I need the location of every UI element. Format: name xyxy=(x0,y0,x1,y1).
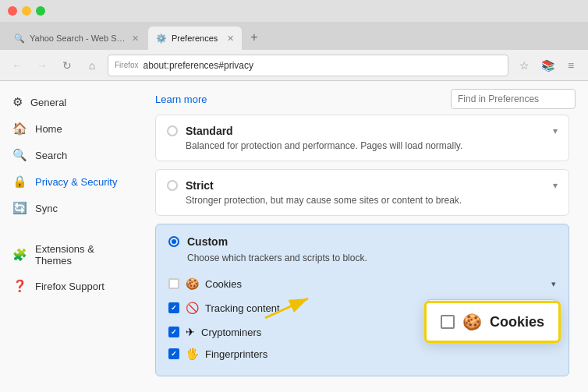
browser-label: Firefox xyxy=(115,61,139,69)
strict-chevron: ▾ xyxy=(553,180,558,191)
general-icon: ⚙ xyxy=(12,95,23,109)
fingerprint-checkbox[interactable] xyxy=(168,348,179,359)
url-text: about:preferences#privacy xyxy=(143,60,501,71)
fingerprint-row: 🖐 Fingerprinters xyxy=(168,343,556,365)
tab-yahoo-close[interactable]: ✕ xyxy=(132,34,139,44)
cookies-popup: 🍪 Cookies xyxy=(424,301,561,343)
strict-title: Strict xyxy=(186,179,214,192)
new-tab-button[interactable]: + xyxy=(243,26,265,48)
sidebar-label-privacy: Privacy & Security xyxy=(35,176,117,188)
title-bar xyxy=(0,0,588,22)
sidebar-item-sync[interactable]: 🔄 Sync xyxy=(0,195,136,221)
standard-header: Standard ▾ xyxy=(167,125,558,137)
cookies-popup-text: Cookies xyxy=(490,314,544,330)
find-input[interactable] xyxy=(451,89,576,109)
standard-option: Standard ▾ Balanced for protection and p… xyxy=(155,115,569,161)
refresh-button[interactable]: ↻ xyxy=(58,56,76,75)
tab-yahoo[interactable]: 🔍 Yahoo Search - Web Search ✕ xyxy=(6,26,147,50)
sidebar-label-home: Home xyxy=(35,123,62,135)
menu-button[interactable]: ≡ xyxy=(561,56,580,75)
close-button[interactable] xyxy=(8,6,17,16)
fingerprint-row-label: Fingerprinters xyxy=(205,348,556,360)
custom-title: Custom xyxy=(187,235,228,248)
standard-title: Standard xyxy=(186,125,233,137)
cookies-dropdown-chevron: ▾ xyxy=(551,279,556,289)
strict-option: Strict ▾ Stronger protection, but may ca… xyxy=(155,169,569,216)
standard-chevron: ▾ xyxy=(553,125,558,136)
cookies-popup-icon: 🍪 xyxy=(462,313,482,331)
browser-content: ⚙ General 🏠 Home 🔍 Search 🔒 Privacy & Se… xyxy=(0,81,588,392)
tab-yahoo-icon: 🔍 xyxy=(14,34,25,44)
maximize-button[interactable] xyxy=(36,6,45,16)
privacy-icon: 🔒 xyxy=(12,175,27,189)
tab-yahoo-title: Yahoo Search - Web Search xyxy=(30,34,127,43)
sidebar-item-home[interactable]: 🏠 Home xyxy=(0,115,136,142)
tab-prefs-icon: ⚙️ xyxy=(156,34,167,44)
sidebar-label-extensions: Extensions & Themes xyxy=(35,243,124,267)
tab-bar: 🔍 Yahoo Search - Web Search ✕ ⚙️ Prefere… xyxy=(0,22,588,50)
extensions-icon: 🧩 xyxy=(12,248,27,262)
search-icon: 🔍 xyxy=(12,148,27,162)
cookies-row-label: Cookies xyxy=(205,278,545,290)
sidebar-item-general[interactable]: ⚙ General xyxy=(0,89,136,115)
content-area: Learn more Standard ▾ Balanced for prote… xyxy=(136,81,588,392)
tracking-row-icon: 🚫 xyxy=(186,302,199,314)
crypto-row-icon: ✈ xyxy=(186,326,195,338)
crypto-checkbox[interactable] xyxy=(168,327,179,337)
tab-prefs[interactable]: ⚙️ Preferences ✕ xyxy=(148,26,242,50)
strict-radio[interactable] xyxy=(167,180,178,191)
standard-desc: Balanced for protection and performance.… xyxy=(186,140,558,151)
support-icon: ❓ xyxy=(12,279,27,293)
home-button[interactable]: ⌂ xyxy=(83,56,101,75)
sidebar-item-privacy[interactable]: 🔒 Privacy & Security xyxy=(0,168,136,195)
cookies-row-icon: 🍪 xyxy=(186,277,199,290)
fingerprint-row-icon: 🖐 xyxy=(186,348,199,360)
sidebar: ⚙ General 🏠 Home 🔍 Search 🔒 Privacy & Se… xyxy=(0,81,136,392)
sidebar-item-search[interactable]: 🔍 Search xyxy=(0,142,136,168)
cookies-row: 🍪 Cookies ▾ xyxy=(168,273,556,295)
strict-header: Strict ▾ xyxy=(167,179,558,192)
custom-radio[interactable] xyxy=(168,236,179,247)
custom-header: Custom xyxy=(168,235,556,248)
nav-extras: ☆ 📚 ≡ xyxy=(515,56,580,75)
tab-prefs-close[interactable]: ✕ xyxy=(227,34,234,44)
cookies-popup-checkbox[interactable] xyxy=(441,315,455,329)
forward-button[interactable]: → xyxy=(33,56,51,75)
custom-desc: Choose which trackers and scripts to blo… xyxy=(187,253,556,263)
tracking-checkbox[interactable] xyxy=(168,302,179,313)
strict-desc: Stronger protection, but may cause some … xyxy=(186,195,558,206)
url-bar[interactable]: Firefox about:preferences#privacy xyxy=(108,55,508,76)
nav-bar: ← → ↻ ⌂ Firefox about:preferences#privac… xyxy=(0,50,588,81)
sidebar-item-extensions[interactable]: 🧩 Extensions & Themes xyxy=(0,237,136,273)
bookmark-button[interactable]: ☆ xyxy=(515,56,533,75)
sidebar-item-support[interactable]: ❓ Firefox Support xyxy=(0,273,136,299)
cookies-checkbox[interactable] xyxy=(168,278,179,289)
sidebar-label-search: Search xyxy=(35,150,67,161)
back-button[interactable]: ← xyxy=(8,56,27,75)
traffic-lights xyxy=(8,6,45,16)
sidebar-label-support: Firefox Support xyxy=(35,281,104,292)
home-icon: 🏠 xyxy=(12,122,27,136)
custom-section: Custom Choose which trackers and scripts… xyxy=(155,224,569,376)
library-button[interactable]: 📚 xyxy=(538,56,557,75)
sync-icon: 🔄 xyxy=(12,201,27,215)
sidebar-label-sync: Sync xyxy=(35,203,58,214)
standard-radio[interactable] xyxy=(167,125,178,136)
tab-prefs-title: Preferences xyxy=(172,34,222,43)
sidebar-label-general: General xyxy=(30,97,66,108)
find-bar xyxy=(451,89,576,109)
minimize-button[interactable] xyxy=(22,6,31,16)
tracking-row-label: Tracking content xyxy=(205,302,421,314)
